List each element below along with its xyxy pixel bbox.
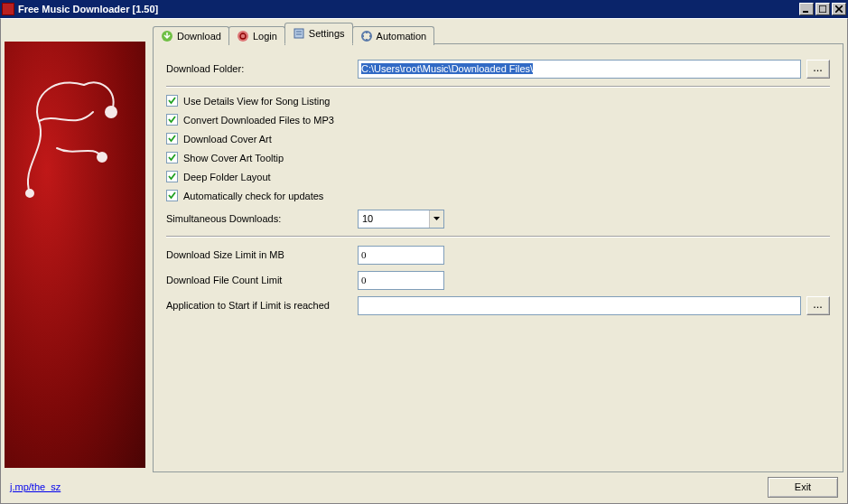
checkbox-label: Download Cover Art — [183, 134, 272, 145]
browse-app-button[interactable]: ... — [806, 296, 830, 315]
footer-link[interactable]: j.mp/the_sz — [10, 481, 61, 492]
sim-downloads-label: Simultaneous Downloads: — [166, 213, 358, 224]
tab-automation[interactable]: Automation — [352, 26, 435, 45]
minimize-button[interactable] — [799, 3, 814, 15]
svg-point-6 — [238, 31, 248, 42]
svg-point-2 — [106, 107, 116, 117]
tabstrip: Download Login Settings — [153, 23, 843, 44]
sidebar-decoration — [5, 42, 145, 468]
exit-button[interactable]: Exit — [768, 477, 838, 498]
download-folder-label: Download Folder: — [166, 63, 358, 74]
limit-app-label: Application to Start if Limit is reached — [166, 300, 358, 311]
window-title: Free Music Downloader [1.50] — [18, 4, 797, 14]
tab-label: Download — [177, 31, 221, 42]
automation-icon — [360, 30, 373, 42]
tab-label: Automation — [377, 31, 427, 42]
size-limit-label: Download Size Limit in MB — [166, 249, 358, 260]
divider — [166, 236, 830, 238]
main-panel: Download Login Settings — [153, 23, 843, 472]
download-icon — [161, 30, 173, 42]
checkbox-icon — [166, 133, 178, 145]
titlebar: Free Music Downloader [1.50] — [0, 0, 848, 18]
size-limit-field[interactable] — [358, 246, 444, 265]
checkbox-label: Show Cover Art Tooltip — [183, 153, 284, 163]
checkbox-label: Deep Folder Layout — [183, 172, 271, 182]
maximize-button[interactable] — [815, 3, 830, 15]
browse-folder-button[interactable]: ... — [806, 60, 830, 79]
checkbox-convert-mp3[interactable]: Convert Downloaded Files to MP3 — [166, 114, 830, 126]
download-folder-field[interactable]: C:\Users\root\Music\Downloaded Files\ — [358, 60, 801, 79]
count-limit-label: Download File Count Limit — [166, 275, 358, 285]
settings-icon — [293, 27, 305, 40]
download-folder-value: C:\Users\root\Music\Downloaded Files\ — [361, 63, 533, 74]
checkbox-details-view[interactable]: Use Details View for Song Listing — [166, 95, 830, 107]
exit-button-label: Exit — [795, 481, 811, 492]
svg-rect-0 — [803, 11, 808, 13]
count-limit-field[interactable] — [358, 271, 444, 290]
svg-point-3 — [98, 153, 107, 162]
client-area: Download Login Settings — [0, 18, 848, 504]
checkbox-label: Automatically check for updates — [183, 191, 323, 201]
checkbox-icon — [166, 152, 178, 163]
chevron-down-icon — [429, 210, 443, 228]
tab-settings[interactable]: Settings — [284, 23, 353, 44]
settings-panel: Download Folder: C:\Users\root\Music\Dow… — [153, 43, 843, 472]
checkbox-icon — [166, 171, 178, 182]
close-button[interactable] — [832, 3, 846, 15]
checkbox-icon — [166, 114, 178, 126]
svg-rect-7 — [294, 29, 303, 38]
tab-label: Settings — [309, 28, 345, 39]
footer: j.mp/the_sz Exit — [1, 476, 847, 503]
svg-point-4 — [26, 190, 33, 197]
checkbox-cover-tooltip[interactable]: Show Cover Art Tooltip — [166, 152, 830, 163]
checkbox-updates[interactable]: Automatically check for updates — [166, 190, 830, 201]
app-icon — [2, 3, 14, 15]
checkbox-label: Use Details View for Song Listing — [183, 96, 330, 107]
divider — [166, 86, 830, 88]
limit-app-field[interactable] — [358, 296, 801, 315]
tab-download[interactable]: Download — [153, 26, 229, 45]
svg-rect-1 — [819, 5, 826, 13]
checkbox-label: Convert Downloaded Files to MP3 — [183, 115, 334, 126]
checkbox-icon — [166, 95, 178, 107]
checkbox-cover-art[interactable]: Download Cover Art — [166, 133, 830, 145]
tab-login[interactable]: Login — [228, 26, 285, 45]
checkbox-deep-folder[interactable]: Deep Folder Layout — [166, 171, 830, 182]
checkbox-icon — [166, 190, 178, 201]
sim-downloads-select[interactable]: 10 — [358, 210, 444, 229]
sim-downloads-value: 10 — [362, 213, 373, 224]
tab-label: Login — [253, 31, 277, 42]
login-icon — [237, 30, 249, 42]
